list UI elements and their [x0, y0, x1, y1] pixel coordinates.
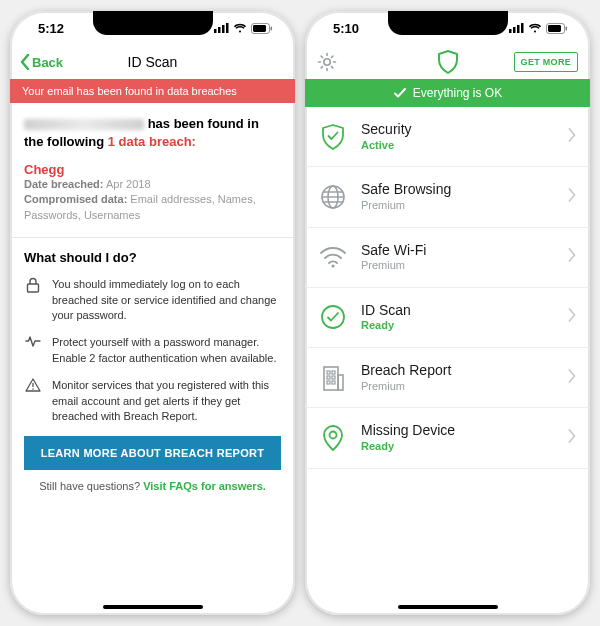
chevron-right-icon — [568, 369, 576, 387]
divider — [10, 237, 295, 238]
notch — [388, 11, 508, 35]
advice-1-text: You should immediately log on to each br… — [52, 277, 281, 323]
alert-text: Your email has been found in data breach… — [22, 85, 237, 97]
svg-rect-5 — [253, 25, 266, 32]
status-icons — [509, 23, 568, 34]
svg-point-33 — [330, 431, 337, 438]
row-labels: Security Active — [361, 121, 554, 152]
dashboard-list: Security Active Safe Browsing Premium Sa… — [305, 107, 590, 615]
svg-rect-12 — [517, 25, 520, 33]
status-bar: 5:10 — [305, 11, 590, 45]
svg-point-9 — [32, 388, 34, 390]
content: has been found in the following 1 data b… — [10, 103, 295, 615]
advice-2: Protect yourself with a password manager… — [24, 335, 281, 366]
learn-more-button[interactable]: LEARN MORE ABOUT BREACH REPORT — [24, 436, 281, 470]
top-bar: GET MORE — [305, 45, 590, 79]
check-icon — [393, 86, 407, 100]
advice-3-text: Monitor services that you registered wit… — [52, 378, 281, 424]
battery-icon — [546, 23, 568, 34]
phone-dashboard: 5:10 GET MORE Everything is OK — [305, 11, 590, 615]
row-title: Missing Device — [361, 422, 554, 440]
logo-shield-icon — [437, 50, 459, 74]
svg-point-17 — [324, 59, 330, 65]
page-title: ID Scan — [128, 54, 178, 70]
activity-icon — [24, 335, 42, 366]
dashboard-row-breach-report[interactable]: Breach Report Premium — [305, 348, 590, 408]
home-indicator[interactable] — [398, 605, 498, 609]
svg-rect-30 — [332, 376, 335, 379]
faq-link[interactable]: Visit FAQs for answers. — [143, 480, 266, 492]
back-button[interactable]: Back — [20, 54, 63, 70]
dashboard-row-missing-device[interactable]: Missing Device Ready — [305, 408, 590, 468]
what-should-i-do-heading: What should I do? — [24, 250, 281, 265]
status-text: Everything is OK — [413, 86, 502, 100]
breach-date-value: Apr 2018 — [106, 178, 151, 190]
svg-rect-10 — [509, 29, 512, 33]
alert-banner: Your email has been found in data breach… — [10, 79, 295, 103]
row-status: Premium — [361, 259, 554, 273]
globe-icon — [319, 184, 347, 210]
status-bar: 5:12 — [10, 11, 295, 45]
wifi-icon — [319, 246, 347, 268]
svg-rect-13 — [521, 23, 524, 33]
pin-icon — [319, 424, 347, 452]
chevron-right-icon — [568, 128, 576, 146]
chevron-right-icon — [568, 188, 576, 206]
circle-check-icon — [319, 304, 347, 330]
svg-rect-31 — [327, 381, 330, 384]
nav-bar: Back ID Scan — [10, 45, 295, 79]
clock-time: 5:10 — [333, 21, 359, 36]
gear-icon — [317, 52, 337, 72]
advice-2-text: Protect yourself with a password manager… — [52, 335, 281, 366]
shield-check-icon — [319, 123, 347, 151]
row-title: Breach Report — [361, 362, 554, 380]
status-banner: Everything is OK — [305, 79, 590, 107]
dashboard-row-safe-browsing[interactable]: Safe Browsing Premium — [305, 167, 590, 227]
breach-name: Chegg — [24, 162, 281, 177]
lock-icon — [24, 277, 42, 323]
svg-point-24 — [322, 306, 344, 328]
row-title: ID Scan — [361, 302, 554, 320]
comp-label: Compromised data: — [24, 193, 127, 205]
chevron-right-icon — [568, 248, 576, 266]
svg-rect-7 — [28, 284, 39, 292]
signal-icon — [214, 23, 229, 33]
get-more-button[interactable]: GET MORE — [514, 52, 578, 72]
svg-rect-27 — [327, 371, 330, 374]
notch — [93, 11, 213, 35]
svg-rect-11 — [513, 27, 516, 33]
building-icon — [319, 364, 347, 392]
advice-3: Monitor services that you registered wit… — [24, 378, 281, 424]
settings-button[interactable] — [317, 52, 337, 72]
dashboard-row-safe-wi-fi[interactable]: Safe Wi-Fi Premium — [305, 228, 590, 288]
faq-question: Still have questions? — [39, 480, 143, 492]
row-status: Premium — [361, 380, 554, 394]
row-labels: Missing Device Ready — [361, 422, 554, 453]
svg-rect-25 — [324, 367, 338, 390]
row-title: Security — [361, 121, 554, 139]
breach-count: 1 data breach: — [108, 134, 196, 149]
chevron-right-icon — [568, 308, 576, 326]
row-status: Ready — [361, 440, 554, 454]
redacted-email — [24, 119, 144, 130]
back-label: Back — [32, 55, 63, 70]
home-indicator[interactable] — [103, 605, 203, 609]
learn-more-label: LEARN MORE ABOUT BREACH REPORT — [41, 447, 265, 459]
warning-icon — [24, 378, 42, 424]
wifi-icon — [233, 23, 247, 33]
dashboard-row-id-scan[interactable]: ID Scan Ready — [305, 288, 590, 348]
signal-icon — [509, 23, 524, 33]
breach-summary: has been found in the following 1 data b… — [24, 115, 281, 150]
row-labels: Breach Report Premium — [361, 362, 554, 393]
compromised-data: Compromised data: Email addresses, Names… — [24, 192, 281, 223]
dashboard-row-security[interactable]: Security Active — [305, 107, 590, 167]
clock-time: 5:12 — [38, 21, 64, 36]
svg-rect-2 — [222, 25, 225, 33]
row-status: Ready — [361, 319, 554, 333]
svg-rect-0 — [214, 29, 217, 33]
row-status: Premium — [361, 199, 554, 213]
row-labels: Safe Wi-Fi Premium — [361, 242, 554, 273]
svg-rect-32 — [332, 381, 335, 384]
svg-rect-3 — [226, 23, 229, 33]
svg-rect-15 — [548, 25, 561, 32]
